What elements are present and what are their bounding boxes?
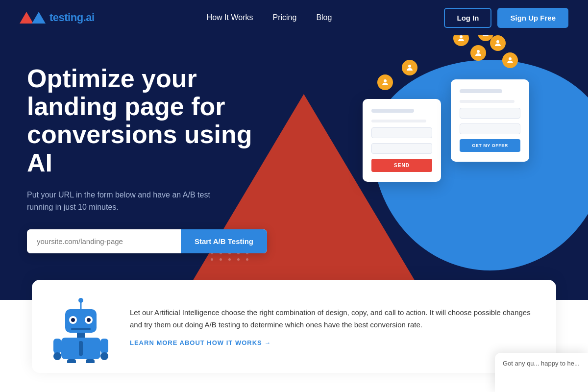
url-input[interactable] <box>27 229 181 253</box>
user-icon-1 <box>377 74 393 90</box>
start-ab-testing-button[interactable]: Start A/B Testing <box>181 229 267 253</box>
mockup2-input2 <box>460 123 520 134</box>
bottom-text: Let our Artificial Intelligence choose t… <box>130 306 537 347</box>
nav-blog[interactable]: Blog <box>316 13 332 22</box>
logo[interactable]: testing.ai <box>20 11 95 24</box>
hero-form: Start A/B Testing <box>27 229 267 253</box>
svg-point-8 <box>78 298 83 303</box>
svg-point-0 <box>384 79 387 82</box>
mockup1-input2 <box>371 143 432 154</box>
learn-more-link[interactable]: LEARN MORE ABOUT HOW IT WORKS → <box>130 339 271 346</box>
chat-text: Got any qu... happy to he... <box>503 360 580 367</box>
svg-rect-18 <box>53 339 61 353</box>
svg-rect-22 <box>67 359 76 363</box>
svg-point-21 <box>100 352 108 360</box>
hero-title: Optimize your landing page for conversio… <box>27 65 282 177</box>
user-icon-3 <box>453 35 469 46</box>
navbar: testing.ai How It Works Pricing Blog Log… <box>0 0 588 35</box>
chat-widget[interactable]: Got any qu... happy to he... <box>495 353 588 392</box>
user-icon-6 <box>502 52 518 68</box>
bottom-section: Let our Artificial Intelligence choose t… <box>0 300 588 392</box>
user-icon-4 <box>470 45 486 61</box>
user-icon-5 <box>490 35 506 51</box>
mockup2-input1 <box>460 108 520 119</box>
mockup1-send-button: SEND <box>371 159 432 172</box>
logo-triangle-blue-icon <box>32 12 46 24</box>
logo-text: testing.ai <box>49 11 95 24</box>
bottom-card: Let our Artificial Intelligence choose t… <box>32 280 556 373</box>
mockup2-title-line <box>460 89 502 93</box>
nav-how-it-works[interactable]: How It Works <box>207 13 253 22</box>
mockup1-title-line <box>371 109 414 113</box>
svg-rect-19 <box>100 339 108 353</box>
mockup-area: SEND GET MY OFFER <box>363 50 529 182</box>
svg-rect-15 <box>77 333 85 338</box>
svg-point-12 <box>71 318 75 322</box>
svg-rect-23 <box>86 359 95 363</box>
svg-point-5 <box>509 57 512 60</box>
login-button[interactable]: Log In <box>444 8 491 28</box>
svg-point-13 <box>87 318 91 322</box>
user-icon-2 <box>402 60 417 75</box>
svg-rect-17 <box>79 341 83 356</box>
hero-section: Optimize your landing page for conversio… <box>0 35 588 300</box>
svg-point-3 <box>477 50 480 53</box>
mockup2-offer-button: GET MY OFFER <box>460 139 520 152</box>
hero-content: Optimize your landing page for conversio… <box>27 65 282 253</box>
bottom-description: Let our Artificial Intelligence choose t… <box>130 306 537 331</box>
nav-actions: Log In Sign Up Free <box>444 8 568 28</box>
logo-icon <box>20 12 46 24</box>
svg-point-2 <box>460 35 463 38</box>
robot-icon <box>51 294 110 358</box>
signup-button[interactable]: Sign Up Free <box>497 8 568 28</box>
mockup1-sub-line1 <box>371 120 426 122</box>
mockup2-sub-line1 <box>460 100 514 103</box>
svg-point-20 <box>53 352 61 360</box>
nav-links: How It Works Pricing Blog <box>207 13 332 22</box>
svg-point-1 <box>408 65 411 68</box>
nav-pricing[interactable]: Pricing <box>272 13 296 22</box>
hero-subtitle: Put your URL in the form below and have … <box>27 189 238 214</box>
svg-point-4 <box>496 40 499 43</box>
mockup-card-1: SEND <box>363 99 441 182</box>
mockup-card-2: GET MY OFFER <box>451 79 529 162</box>
svg-rect-14 <box>71 328 91 330</box>
mockup1-input1 <box>371 127 432 138</box>
logo-triangle-red-icon <box>20 12 33 24</box>
